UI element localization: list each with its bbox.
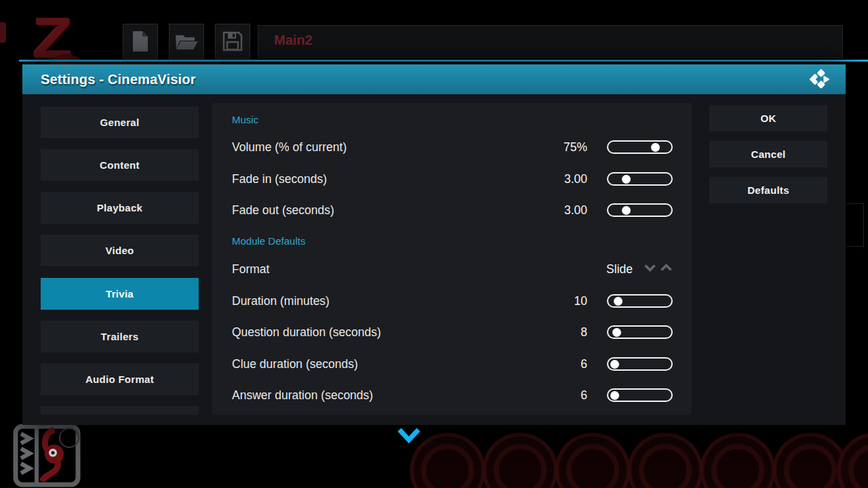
- sidebar-item-audio-format[interactable]: Audio Format: [41, 363, 199, 395]
- dialog-titlebar: Settings - CinemaVisior: [22, 64, 846, 94]
- setting-label: Question duration (seconds): [232, 321, 381, 344]
- setting-row-volume: Volume (% of current) 75%: [212, 136, 692, 159]
- sidebar-item-trivia[interactable]: Trivia: [41, 278, 199, 310]
- sequence-name-text: Main2: [274, 33, 842, 48]
- volume-slider[interactable]: [607, 140, 673, 154]
- slider-knob: [614, 297, 623, 306]
- setting-label: Answer duration (seconds): [232, 384, 373, 407]
- slider-knob: [610, 391, 619, 400]
- setting-row-fade-in: Fade in (seconds) 3.00: [212, 167, 692, 190]
- screen: Z Main2: [0, 0, 868, 488]
- setting-value: 75%: [456, 136, 587, 159]
- film-reel: [552, 430, 633, 488]
- section-header-music: Music: [232, 114, 258, 129]
- ok-button[interactable]: OK: [709, 105, 827, 131]
- setting-row-fade-out: Fade out (seconds) 3.00: [212, 199, 692, 222]
- spinner-up-icon[interactable]: [660, 263, 673, 272]
- sidebar-item-content[interactable]: Content: [41, 149, 199, 181]
- film-reel: [625, 430, 706, 488]
- setting-row-format: Format Slide: [212, 258, 692, 281]
- background-art-sliver: [0, 22, 6, 43]
- duration-slider[interactable]: [607, 294, 673, 308]
- setting-value: 8: [456, 321, 587, 344]
- section-header-module-defaults: Module Defaults: [232, 235, 305, 250]
- setting-label: Fade out (seconds): [232, 199, 334, 222]
- sidebar-item-video[interactable]: Video: [41, 235, 199, 266]
- setting-row-clue-duration: Clue duration (seconds) 6: [212, 352, 692, 375]
- sidebar-item-trailers[interactable]: Trailers: [41, 321, 199, 352]
- open-folder-icon: [174, 31, 199, 52]
- answer-duration-slider[interactable]: [607, 388, 673, 402]
- slider-knob: [610, 360, 619, 369]
- dialog-title: Settings - CinemaVisior: [41, 64, 196, 94]
- spinner-down-icon[interactable]: [644, 263, 656, 272]
- settings-panel: Music Volume (% of current) 75% Fade in …: [212, 103, 692, 415]
- film-reel: [479, 430, 561, 488]
- slider-knob: [622, 175, 631, 184]
- question-duration-slider[interactable]: [607, 325, 673, 339]
- setting-label: Fade in (seconds): [232, 167, 327, 190]
- setting-label: Clue duration (seconds): [232, 352, 358, 375]
- cancel-button[interactable]: Cancel: [709, 141, 827, 167]
- format-spinner: [644, 263, 675, 275]
- setting-value: 6: [456, 352, 587, 375]
- kodi-logo-icon: [808, 69, 831, 92]
- save-button-background: [215, 24, 250, 59]
- clue-duration-slider[interactable]: [607, 357, 673, 371]
- film-clapper-icon: [12, 423, 85, 488]
- setting-label: Format: [232, 258, 269, 281]
- defaults-button[interactable]: Defaults: [709, 177, 827, 203]
- setting-row-answer-duration: Answer duration (seconds) 6: [212, 384, 692, 407]
- background-faint-box: [845, 203, 864, 247]
- setting-value: 3.00: [456, 199, 587, 222]
- film-reel: [697, 430, 778, 488]
- chevron-down-icon: [397, 427, 421, 445]
- film-reel: [834, 430, 868, 488]
- sidebar-item-general[interactable]: General: [41, 106, 199, 138]
- setting-value: 6: [456, 384, 587, 407]
- setting-value: Slide: [497, 258, 633, 281]
- setting-label: Volume (% of current): [232, 136, 347, 159]
- fade-out-slider[interactable]: [607, 203, 673, 217]
- slider-knob: [651, 143, 660, 152]
- setting-row-duration: Duration (minutes) 10: [212, 289, 692, 312]
- sidebar-item-playback[interactable]: Playback: [41, 192, 199, 224]
- setting-label: Duration (minutes): [232, 289, 330, 312]
- slider-knob: [612, 328, 621, 337]
- settings-dialog: Settings - CinemaVisior General Content …: [22, 64, 846, 425]
- new-file-button: [123, 24, 158, 59]
- slider-knob: [622, 206, 631, 215]
- setting-value: 3.00: [456, 167, 587, 190]
- scroll-more-button[interactable]: [397, 427, 421, 448]
- sidebar-item-clipped[interactable]: [41, 406, 199, 415]
- save-icon: [222, 30, 243, 52]
- new-file-icon: [130, 30, 151, 53]
- setting-value: 10: [456, 289, 587, 312]
- setting-row-question-duration: Question duration (seconds) 8: [212, 321, 692, 344]
- fade-in-slider[interactable]: [607, 172, 673, 186]
- dialog-top-accent-line: [19, 60, 868, 62]
- sequence-name-field: Main2: [258, 25, 843, 58]
- background-trivia-art: [12, 423, 85, 488]
- open-folder-button: [169, 24, 204, 59]
